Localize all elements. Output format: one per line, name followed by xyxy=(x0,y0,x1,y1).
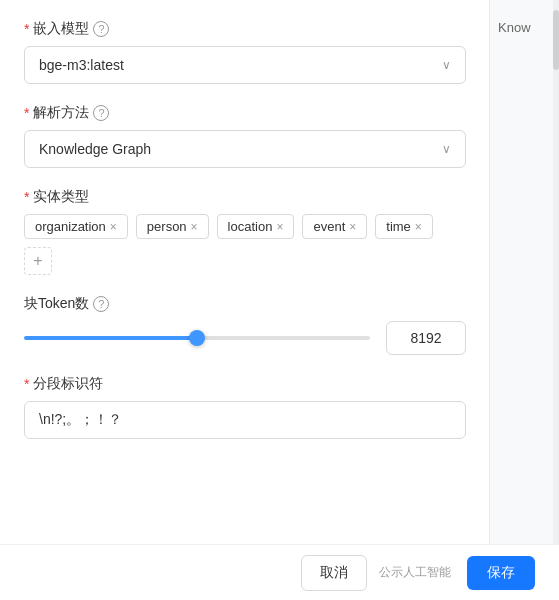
tag-event: event × xyxy=(302,214,367,239)
parse-method-section: * 解析方法 ? Knowledge Graph ∨ xyxy=(24,104,466,168)
parse-method-help-icon[interactable]: ? xyxy=(93,105,109,121)
tag-event-label: event xyxy=(313,219,345,234)
slider-container xyxy=(24,328,370,348)
footer-bar: 取消 公示人工智能 保存 xyxy=(0,544,559,600)
chunk-token-help-icon[interactable]: ? xyxy=(93,296,109,312)
embed-model-label: * 嵌入模型 ? xyxy=(24,20,466,38)
chunk-token-section: 块Token数 ? xyxy=(24,295,466,355)
embed-model-section: * 嵌入模型 ? bge-m3:latest ∨ xyxy=(24,20,466,84)
embed-model-chevron-icon: ∨ xyxy=(442,58,451,72)
tag-event-remove[interactable]: × xyxy=(349,221,356,233)
parse-method-select[interactable]: Knowledge Graph ∨ xyxy=(24,130,466,168)
tag-organization-label: organization xyxy=(35,219,106,234)
entity-types-required-star: * xyxy=(24,189,29,205)
tag-location-label: location xyxy=(228,219,273,234)
entity-types-label: * 实体类型 xyxy=(24,188,466,206)
segment-identifier-section: * 分段标识符 xyxy=(24,375,466,439)
embed-model-value: bge-m3:latest xyxy=(39,57,124,73)
tag-organization: organization × xyxy=(24,214,128,239)
parse-method-chevron-icon: ∨ xyxy=(442,142,451,156)
tag-time-remove[interactable]: × xyxy=(415,221,422,233)
save-button[interactable]: 保存 xyxy=(467,556,535,590)
segment-identifier-label-text: 分段标识符 xyxy=(33,375,103,393)
footer-extra-text: 公示人工智能 xyxy=(379,564,451,581)
tag-time-label: time xyxy=(386,219,411,234)
add-tag-button[interactable]: + xyxy=(24,247,52,275)
embed-model-label-text: 嵌入模型 xyxy=(33,20,89,38)
segment-identifier-input[interactable] xyxy=(24,401,466,439)
tag-location: location × xyxy=(217,214,295,239)
parse-method-label-text: 解析方法 xyxy=(33,104,89,122)
embed-model-select[interactable]: bge-m3:latest ∨ xyxy=(24,46,466,84)
cancel-button[interactable]: 取消 xyxy=(301,555,367,591)
chunk-token-slider[interactable] xyxy=(24,336,370,340)
chunk-token-row xyxy=(24,321,466,355)
scrollbar-thumb[interactable] xyxy=(553,10,559,70)
scrollbar[interactable] xyxy=(553,0,559,600)
embed-model-help-icon[interactable]: ? xyxy=(93,21,109,37)
chunk-token-value-input[interactable] xyxy=(386,321,466,355)
tag-person: person × xyxy=(136,214,209,239)
parse-method-required-star: * xyxy=(24,105,29,121)
tag-location-remove[interactable]: × xyxy=(276,221,283,233)
chunk-token-label-text: 块Token数 xyxy=(24,295,89,313)
right-panel: Know xyxy=(489,0,559,600)
parse-method-value: Knowledge Graph xyxy=(39,141,151,157)
tag-organization-remove[interactable]: × xyxy=(110,221,117,233)
segment-identifier-label: * 分段标识符 xyxy=(24,375,466,393)
tag-time: time × xyxy=(375,214,433,239)
tag-person-remove[interactable]: × xyxy=(191,221,198,233)
segment-identifier-required-star: * xyxy=(24,376,29,392)
parse-method-label: * 解析方法 ? xyxy=(24,104,466,122)
tag-person-label: person xyxy=(147,219,187,234)
entity-types-section: * 实体类型 organization × person × location … xyxy=(24,188,466,275)
entity-types-label-text: 实体类型 xyxy=(33,188,89,206)
entity-tags-container: organization × person × location × event… xyxy=(24,214,466,275)
embed-model-required-star: * xyxy=(24,21,29,37)
right-panel-text: Know xyxy=(498,20,531,35)
chunk-token-label: 块Token数 ? xyxy=(24,295,466,313)
